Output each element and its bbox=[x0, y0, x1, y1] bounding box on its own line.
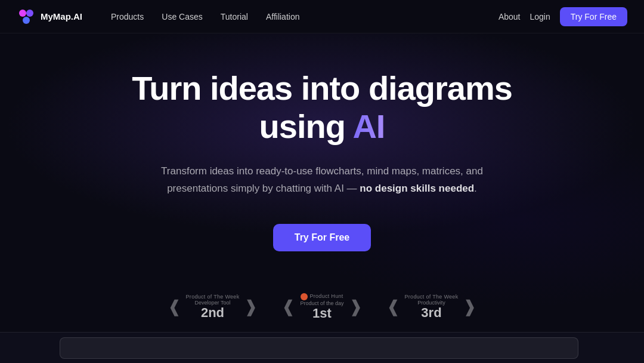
svg-point-0 bbox=[19, 10, 26, 17]
award-badges: ❰ Product of The Week Developer Tool 2nd… bbox=[168, 293, 477, 321]
product-hunt-icon bbox=[301, 293, 308, 300]
badge-label-2: Product Hunt bbox=[301, 293, 343, 300]
hero-subtitle-plain2: simply by chatting with AI — bbox=[228, 183, 360, 194]
hero-cta-button[interactable]: Try For Free bbox=[273, 224, 371, 251]
bottom-search-bar bbox=[60, 337, 578, 359]
laurel-right-3: ❱ bbox=[463, 299, 476, 315]
laurel-left-3: ❰ bbox=[386, 299, 400, 315]
hero-title: Turn ideas into diagrams using AI bbox=[107, 69, 537, 146]
badge-rank-3: 3rd bbox=[421, 306, 441, 320]
navbar: MyMap.AI Products Use Cases Tutorial Aff… bbox=[0, 0, 644, 33]
logo-text: MyMap.AI bbox=[41, 11, 82, 21]
svg-point-2 bbox=[23, 17, 30, 24]
nav-right: About Login Try For Free bbox=[499, 7, 627, 26]
badge-rank-1: 2nd bbox=[201, 306, 224, 320]
nav-tutorial[interactable]: Tutorial bbox=[213, 8, 255, 25]
nav-login[interactable]: Login bbox=[530, 12, 550, 21]
badge-content-2: Product Hunt Product of the day 1st bbox=[295, 293, 348, 321]
nav-products[interactable]: Products bbox=[104, 8, 151, 25]
badge-rank-2: 1st bbox=[312, 306, 332, 321]
logo-link[interactable]: MyMap.AI bbox=[17, 7, 82, 26]
laurel-right-2: ❱ bbox=[349, 299, 363, 315]
nav-about[interactable]: About bbox=[499, 12, 521, 21]
badge-productivity: ❰ Product of The Week Productivity 3rd ❱ bbox=[386, 294, 477, 320]
nav-use-cases[interactable]: Use Cases bbox=[154, 8, 209, 25]
hero-subtitle: Transform ideas into ready-to-use flowch… bbox=[155, 163, 489, 198]
hero-subtitle-bold: no design skills needed bbox=[360, 183, 474, 194]
hero-section: Turn ideas into diagrams using AI Transf… bbox=[0, 33, 644, 344]
laurel-right-1: ❱ bbox=[244, 299, 258, 315]
laurel-left-2: ❰ bbox=[281, 299, 295, 315]
svg-point-1 bbox=[26, 10, 33, 17]
hero-subtitle-end: . bbox=[474, 183, 477, 194]
hero-title-ai: AI bbox=[352, 107, 385, 145]
nav-affiliation[interactable]: Affiliation bbox=[259, 8, 307, 25]
nav-links: Products Use Cases Tutorial Affiliation bbox=[104, 8, 499, 25]
badge-label-3: Product of The Week bbox=[405, 294, 459, 300]
nav-try-button[interactable]: Try For Free bbox=[560, 7, 627, 26]
logo-icon bbox=[17, 7, 36, 26]
laurel-left-1: ❰ bbox=[168, 299, 181, 315]
badge-product-day: ❰ Product Hunt Product of the day 1st ❱ bbox=[281, 293, 362, 321]
badge-label-1: Product of The Week bbox=[186, 294, 240, 300]
badge-content-1: Product of The Week Developer Tool 2nd bbox=[181, 294, 244, 320]
hero-title-text: Turn ideas into diagrams using bbox=[132, 69, 512, 145]
badge-developer-tool: ❰ Product of The Week Developer Tool 2nd… bbox=[168, 294, 258, 320]
bottom-bar bbox=[0, 332, 644, 363]
badge-content-3: Product of The Week Productivity 3rd bbox=[400, 294, 463, 320]
